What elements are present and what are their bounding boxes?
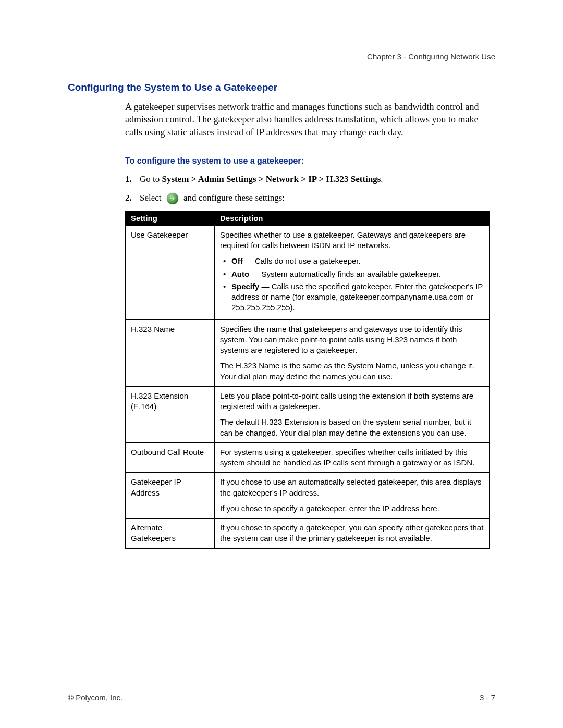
section-title: Configuring the System to Use a Gatekeep… — [68, 82, 495, 93]
step1-prefix: Go to — [140, 174, 162, 184]
setting-description: If you chose to use an automatically sel… — [215, 473, 490, 519]
option-text: — Calls use the specified gatekeeper. En… — [231, 282, 483, 312]
list-item: Specify — Calls use the specified gateke… — [231, 281, 484, 313]
procedure-steps: 1. Go to System > Admin Settings > Netwo… — [125, 173, 495, 204]
desc-text: If you chose to specify a gatekeeper, yo… — [220, 523, 484, 544]
table-row: Alternate Gatekeepers If you chose to sp… — [126, 519, 490, 549]
step2-suffix: and configure these settings: — [183, 193, 285, 203]
footer-right: 3 - 7 — [480, 693, 495, 702]
step-number: 1. — [125, 174, 140, 184]
desc-text: For systems using a gatekeeper, specifie… — [220, 447, 484, 468]
setting-description: For systems using a gatekeeper, specifie… — [215, 442, 490, 473]
option-label: Auto — [231, 269, 249, 278]
setting-description: If you chose to specify a gatekeeper, yo… — [215, 519, 490, 549]
setting-description: Specifies the name that gatekeepers and … — [215, 319, 490, 386]
col-description-header: Description — [215, 211, 490, 225]
desc-text: Specifies the name that gatekeepers and … — [220, 324, 484, 356]
table-row: H.323 Name Specifies the name that gatek… — [126, 319, 490, 386]
table-row: Outbound Call Route For systems using a … — [126, 442, 490, 473]
desc-text: If you chose to specify a gatekeeper, en… — [220, 503, 484, 514]
table-header-row: Setting Description — [126, 211, 490, 225]
step2-prefix: Select — [140, 193, 162, 203]
setting-name: H.323 Name — [126, 319, 215, 386]
desc-text: The H.323 Name is the same as the System… — [220, 361, 484, 382]
footer-left: © Polycom, Inc. — [68, 693, 123, 702]
list-item: Off — Calls do not use a gatekeeper. — [231, 256, 484, 266]
desc-text: Specifies whether to use a gatekeeper. G… — [220, 230, 484, 251]
setting-name: Gatekeeper IP Address — [126, 473, 215, 519]
settings-table: Setting Description Use Gatekeeper Speci… — [125, 211, 490, 549]
step-2: 2. Select and configure these settings: — [125, 192, 495, 204]
setting-name: H.323 Extension (E.164) — [126, 386, 215, 442]
option-label: Specify — [231, 282, 259, 291]
nav-path: System > Admin Settings > Network > IP >… — [162, 174, 381, 184]
page-container: Chapter 3 - Configuring Network Use Conf… — [0, 0, 563, 728]
desc-text: Lets you place point-to-point calls usin… — [220, 391, 484, 412]
setting-description: Specifies whether to use a gatekeeper. G… — [215, 225, 490, 319]
chapter-header: Chapter 3 - Configuring Network Use — [68, 52, 495, 61]
col-setting-header: Setting — [126, 211, 215, 225]
step-text: Select and configure these settings: — [140, 192, 285, 204]
table-row: H.323 Extension (E.164) Lets you place p… — [126, 386, 490, 442]
desc-text: The default H.323 Extension is based on … — [220, 417, 484, 438]
page-footer: © Polycom, Inc. 3 - 7 — [68, 693, 495, 702]
step-number: 2. — [125, 193, 140, 203]
table-row: Use Gatekeeper Specifies whether to use … — [126, 225, 490, 319]
list-item: Auto — System automatically finds an ava… — [231, 269, 484, 279]
setting-name: Use Gatekeeper — [126, 225, 215, 319]
setting-description: Lets you place point-to-point calls usin… — [215, 386, 490, 442]
step-1: 1. Go to System > Admin Settings > Netwo… — [125, 173, 495, 186]
setting-name: Alternate Gatekeepers — [126, 519, 215, 549]
setting-name: Outbound Call Route — [126, 442, 215, 473]
option-text: — Calls do not use a gatekeeper. — [243, 256, 361, 265]
arrow-right-icon — [167, 193, 178, 204]
procedure-title: To configure the system to use a gatekee… — [125, 156, 495, 166]
option-text: — System automatically finds an availabl… — [249, 269, 441, 278]
table-row: Gatekeeper IP Address If you chose to us… — [126, 473, 490, 519]
step1-suffix: . — [381, 174, 383, 184]
option-list: Off — Calls do not use a gatekeeper. Aut… — [220, 256, 484, 313]
intro-paragraph: A gatekeeper supervises network traffic … — [125, 101, 495, 139]
option-label: Off — [231, 256, 243, 265]
step-text: Go to System > Admin Settings > Network … — [140, 173, 383, 186]
desc-text: If you chose to use an automatically sel… — [220, 477, 484, 498]
